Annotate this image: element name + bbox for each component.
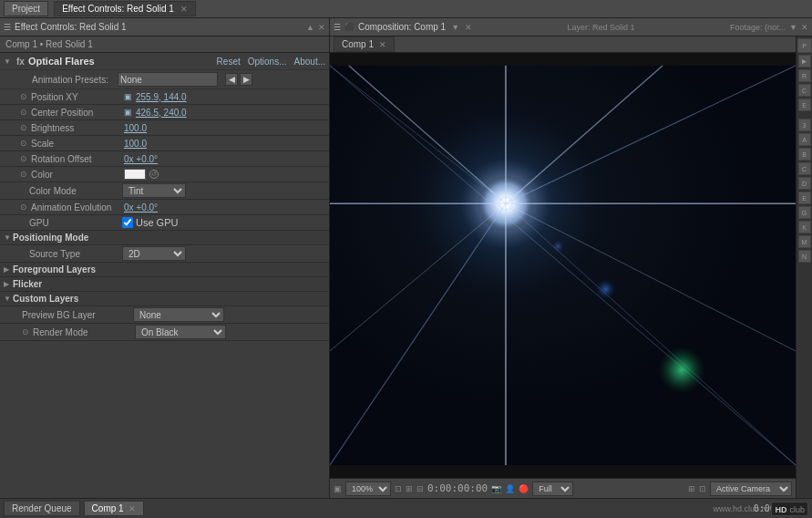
comp-footer: ▣ 100% ⊡ ⊞ ⊟ 0:00:00:00 📷 👤 🔴 Full ⊞ [330,478,796,498]
sidebar-eff[interactable]: E [798,98,811,111]
section-flicker[interactable]: ▶ Flicker [0,277,329,292]
scale-value[interactable]: 100.0 [124,139,147,149]
camera-icon[interactable]: 📷 [491,484,501,493]
footage-menu[interactable]: ▼ [789,23,797,32]
color-mode-dropdown[interactable]: Tint [122,183,186,198]
comp-dropdown-icon[interactable]: ▼ [451,23,459,32]
comp-tab-close[interactable]: ✕ [379,40,386,49]
center-position-icon[interactable]: ▣ [124,108,132,117]
comp-tab-icon: ⬛ [344,23,355,32]
preset-next-arrow[interactable]: ▶ [240,73,252,86]
render-mode-dropdown[interactable]: On Black [135,325,226,339]
gpu-label: Use GPU [136,217,178,228]
positioning-mode-expand-icon: ▼ [4,233,13,242]
sidebar-ra[interactable]: R [798,69,811,82]
comp-collapse-icon[interactable]: ✕ [465,23,472,32]
sidebar-k[interactable]: K [798,221,811,233]
prop-position-xy: ⊙ Position XY ▣ 255.9, 144.0 [0,89,329,105]
zoom-dropdown[interactable]: 100% [345,482,391,496]
sidebar-g[interactable]: G [798,206,811,219]
preset-prev-arrow[interactable]: ◀ [225,73,238,86]
gpu-checkbox[interactable] [122,217,133,228]
stopwatch-position-xy[interactable]: ⊙ [20,92,27,101]
grid-display-icon[interactable]: ⊞ [688,484,695,493]
sidebar-e[interactable]: E [798,192,811,204]
reset-button[interactable]: Reset [217,57,241,67]
project-tab[interactable]: Project [4,1,48,16]
position-xy-icon[interactable]: ▣ [124,92,132,101]
prop-preview-bg-layer: Preview BG Layer None [0,306,329,324]
comp-viewport[interactable] [330,53,796,478]
preset-dropdown-wrapper: None [118,72,218,87]
prop-gpu: GPU Use GPU [0,215,329,231]
panel-menu-icon[interactable]: ☰ [4,23,11,32]
stopwatch-color[interactable]: ⊙ [20,170,27,179]
camera-dropdown[interactable]: Active Camera [710,482,792,496]
preview-bg-dropdown[interactable]: None [133,307,224,322]
custom-layers-label: Custom Layers [13,294,78,304]
watermark-area: www.hd.club.tw HD club [713,502,808,516]
panel-close-icon[interactable]: ✕ [318,23,325,32]
flicker-expand-icon: ▶ [4,280,13,288]
section-foreground-layers[interactable]: ▶ Foreground Layers [0,263,329,277]
panel-collapse-icon[interactable]: ▲ [306,23,314,32]
center-position-value[interactable]: 426.5, 240.0 [136,108,187,118]
preset-dropdown[interactable]: None [118,72,218,87]
prop-brightness: ⊙ Brightness 100.0 [0,120,329,136]
prop-rotation-offset: ⊙ Rotation Offset 0x +0.0° [0,151,329,167]
color-icon[interactable]: 🔴 [519,484,529,493]
sidebar-pro[interactable]: P [797,38,812,53]
render-queue-tab[interactable]: Render Queue [4,501,80,516]
bottom-bar: Render Queue Comp 1 ✕ 0:00:00:00 www.hd.… [0,498,812,518]
section-custom-layers[interactable]: ▼ Custom Layers [0,292,329,306]
stopwatch-render-mode[interactable]: ⊙ [22,327,29,337]
comp-tab-comp1[interactable]: Comp 1 ✕ [334,36,395,52]
color-swatch[interactable] [124,169,146,180]
sidebar-co[interactable]: C [798,84,811,97]
footage-close[interactable]: ✕ [801,23,808,32]
stopwatch-scale[interactable]: ⊙ [20,139,27,148]
svg-point-17 [594,278,617,301]
sidebar-a[interactable]: A [798,133,811,146]
positioning-mode-label: Positioning Mode [13,233,88,243]
sidebar-d[interactable]: D [798,177,811,190]
panel-header: ☰ Effect Controls: Red Solid 1 ▲ ✕ [0,18,329,36]
quality-dropdown[interactable]: Full [532,482,573,496]
comp1-tab-close[interactable]: ✕ [128,504,136,513]
right-sidebar: P ► R C E 3 A B C D E G K M N [796,36,812,498]
source-type-dropdown[interactable]: 2D [122,246,186,261]
svg-point-18 [550,239,566,254]
rotation-value[interactable]: 0x +0.0° [124,154,158,164]
comp-panel: Comp 1 ✕ [330,36,796,498]
position-xy-value[interactable]: 255.9, 144.0 [136,92,187,102]
brightness-value[interactable]: 100.0 [124,123,147,133]
sidebar-3c[interactable]: 3 [798,119,811,131]
sidebar-b[interactable]: B [798,148,811,161]
comp-menu-icon[interactable]: ☰ [334,23,341,32]
sidebar-m[interactable]: M [798,235,811,248]
effect-section: ▼ fx Optical Flares Reset Options... Abo… [0,53,329,498]
grid-icon[interactable]: ⊟ [416,484,424,493]
effect-controls-tab[interactable]: Effect Controls: Red Solid 1 ✕ [54,1,195,16]
person-icon[interactable]: 👤 [505,484,515,493]
section-positioning-mode[interactable]: ▼ Positioning Mode [0,231,329,245]
evolution-value[interactable]: 0x +0.0° [124,202,158,212]
stopwatch-rotation[interactable]: ⊙ [20,154,27,163]
fit-icon[interactable]: ⊡ [395,484,402,493]
effect-expand-icon[interactable]: ▼ [4,57,13,66]
options-button[interactable]: Options... [248,57,287,67]
main-layout: ☰ Effect Controls: Red Solid 1 ▲ ✕ Comp … [0,18,812,498]
trans-icon[interactable]: ⊡ [699,484,706,493]
safe-zone-icon[interactable]: ⊞ [406,484,413,493]
custom-layers-expand-icon: ▼ [4,295,13,303]
color-reset-icon[interactable]: ↺ [149,170,159,179]
sidebar-play[interactable]: ► [798,55,811,67]
sidebar-c[interactable]: C [798,162,811,175]
stopwatch-center-position[interactable]: ⊙ [20,108,27,117]
stopwatch-evolution[interactable]: ⊙ [20,202,27,212]
comp1-tab[interactable]: Comp 1 ✕ [84,501,145,516]
zoom-menu-icon[interactable]: ▣ [334,484,342,493]
about-button[interactable]: About... [294,57,325,67]
stopwatch-brightness[interactable]: ⊙ [20,123,27,132]
sidebar-n[interactable]: N [798,250,811,263]
